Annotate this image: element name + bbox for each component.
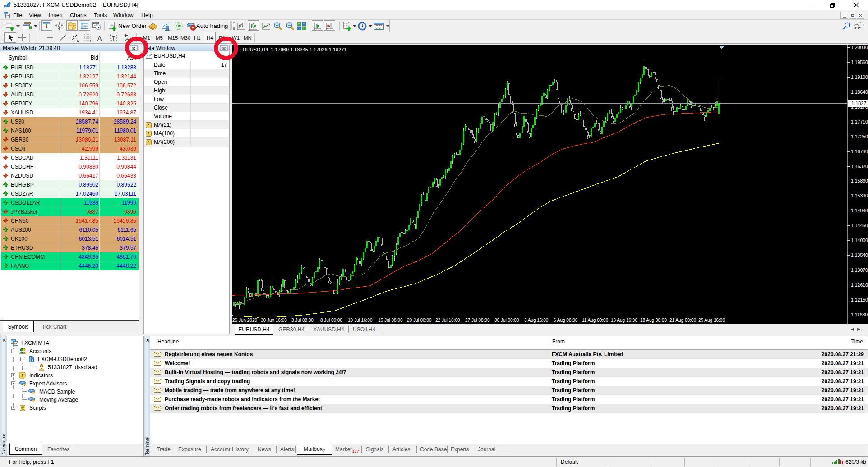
svg-text:F: F bbox=[90, 39, 92, 42]
svg-text:T: T bbox=[112, 35, 115, 41]
svg-text:E: E bbox=[77, 39, 79, 42]
